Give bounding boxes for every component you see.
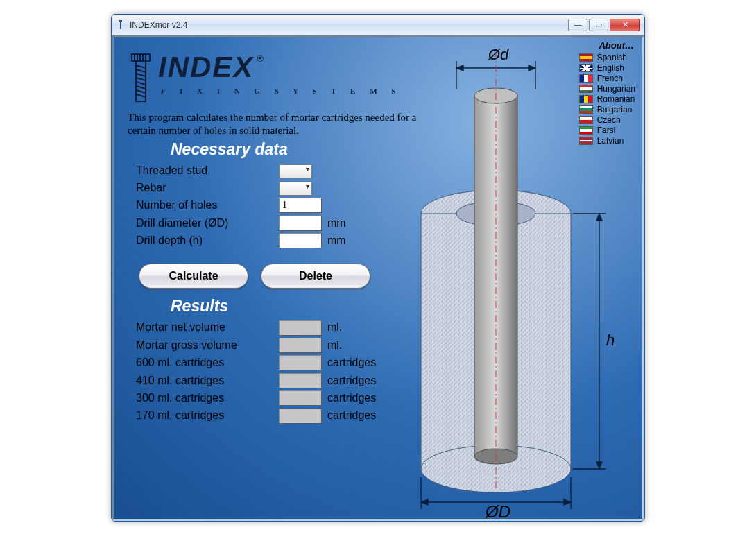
label-threaded-stud: Threaded stud [136,163,279,178]
svg-marker-41 [596,462,602,469]
threaded-stud-select[interactable] [279,164,312,178]
titlebar: INDEXmor v2.4 — ▭ ✕ [112,15,644,35]
result-label: 600 ml. cartridges [136,355,279,370]
close-button[interactable]: ✕ [610,19,640,31]
logo-tagline: F I X I N G S Y S T E M S [161,86,402,96]
svg-line-13 [136,82,146,85]
result-value [279,409,322,424]
result-value [279,338,322,353]
result-label: Mortar net volume [136,320,279,335]
intro-text: This program calculates the number of mo… [128,111,443,137]
result-unit: ml. [327,320,342,335]
depth-input[interactable] [279,233,322,248]
svg-marker-36 [564,499,571,505]
result-unit: cartridges [327,373,376,388]
svg-line-10 [136,69,146,72]
result-label: 170 ml. cartridges [136,408,279,423]
result-value [279,390,322,406]
result-value [279,355,322,370]
label-holes: Number of holes [136,198,279,213]
svg-rect-0 [119,20,122,22]
app-icon [116,20,126,30]
app-window: INDEXmor v2.4 — ▭ ✕ About… Spanish Engli… [111,14,645,522]
unit-mm: mm [327,233,346,248]
diagram-d-big-label: ØD [485,502,510,519]
logo-brand: INDEX® [158,53,402,82]
unit-mm: mm [327,216,346,231]
result-value [279,320,322,336]
label-diameter: Drill diameter (ØD) [136,216,279,231]
delete-button[interactable]: Delete [261,264,370,289]
diagram-d-small-label: Ød [488,47,509,63]
window-buttons: — ▭ ✕ [568,19,640,31]
svg-line-12 [136,78,146,80]
result-label: Mortar gross volume [136,338,279,353]
svg-line-9 [136,65,146,68]
result-unit: ml. [327,338,342,353]
svg-rect-1 [120,22,121,29]
diagram-h-label: h [606,332,615,349]
window-title: INDEXmor v2.4 [130,20,568,30]
holes-input[interactable] [279,198,322,213]
svg-marker-23 [529,65,535,71]
diameter-input[interactable] [279,216,322,231]
bolt-icon [128,53,154,104]
result-unit: cartridges [327,355,376,370]
maximize-button[interactable]: ▭ [589,19,608,31]
result-label: 410 ml. cartridges [136,373,279,388]
label-depth: Drill depth (h) [136,233,279,248]
rebar-select[interactable] [279,182,312,196]
svg-marker-35 [421,499,428,505]
label-rebar: Rebar [136,180,279,196]
result-value [279,373,322,388]
result-label: 300 ml. cartridges [136,390,279,406]
svg-marker-40 [596,214,602,221]
calculate-button[interactable]: Calculate [139,264,248,289]
svg-line-16 [136,94,146,97]
minimize-button[interactable]: — [568,19,587,31]
svg-marker-22 [456,65,463,71]
result-unit: cartridges [327,390,376,406]
svg-line-15 [136,90,146,93]
result-unit: cartridges [327,408,376,423]
client-area: About… Spanish English French Hungarian … [112,35,644,521]
svg-line-11 [136,74,146,76]
diagram: Ød ØD [412,47,635,519]
svg-line-14 [136,86,146,89]
